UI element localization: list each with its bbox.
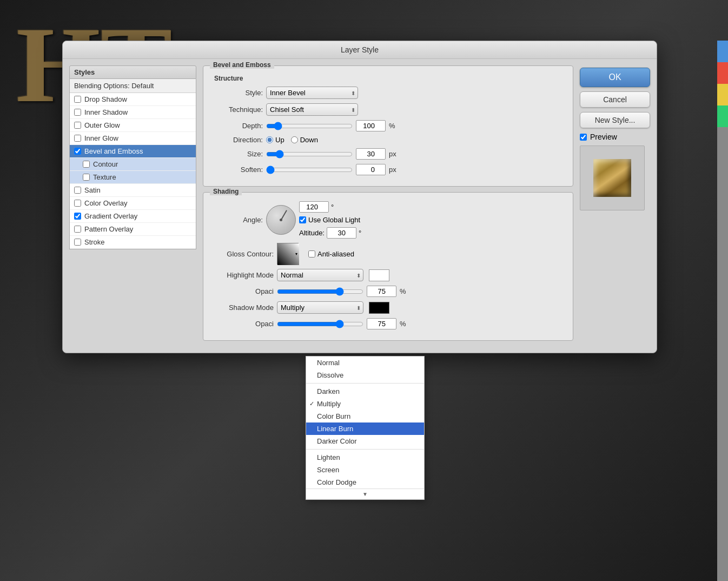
global-light-checkbox[interactable] xyxy=(299,216,306,223)
anti-aliased-label[interactable]: Anti-aliased xyxy=(308,250,354,258)
cancel-button[interactable]: Cancel xyxy=(580,91,650,108)
highlight-color-swatch[interactable] xyxy=(369,269,389,281)
blend-mode-dropdown: Normal Dissolve Darken Multiply Color Bu… xyxy=(306,356,425,500)
dropdown-item-dissolve[interactable]: Dissolve xyxy=(306,369,424,381)
ok-button[interactable]: OK xyxy=(580,68,650,87)
styles-list: Blending Options: Default Drop Shadow In… xyxy=(69,79,196,249)
dropdown-item-normal[interactable]: Normal xyxy=(306,356,424,369)
altitude-input[interactable] xyxy=(327,227,356,239)
size-input[interactable] xyxy=(356,148,386,160)
dropdown-color-burn-label: Color Burn xyxy=(317,412,350,420)
depth-input[interactable] xyxy=(356,120,386,131)
style-select-wrapper: Outer Bevel Inner Bevel Emboss Pillow Em… xyxy=(266,87,358,99)
dialog-title: Layer Style xyxy=(341,45,379,54)
new-style-button[interactable]: New Style... xyxy=(580,112,650,128)
drop-shadow-checkbox[interactable] xyxy=(74,96,81,103)
dropdown-lighten-label: Lighten xyxy=(317,453,340,461)
satin-label: Satin xyxy=(84,186,101,194)
color-strip-yellow xyxy=(717,84,728,105)
dropdown-item-screen[interactable]: Screen xyxy=(306,464,424,476)
preview-panel: OK Cancel New Style... Preview xyxy=(580,65,650,346)
sidebar-item-inner-shadow[interactable]: Inner Shadow xyxy=(70,106,196,119)
direction-down-radio[interactable] xyxy=(291,136,298,143)
soften-slider[interactable] xyxy=(266,166,353,174)
inner-shadow-label: Inner Shadow xyxy=(84,108,128,116)
direction-up-radio[interactable] xyxy=(266,136,273,143)
highlight-opacity-input[interactable] xyxy=(367,286,396,297)
dropdown-item-multiply[interactable]: Multiply xyxy=(306,398,424,410)
bevel-emboss-content: Structure Style: Outer Bevel Inner Bevel… xyxy=(203,66,573,186)
sidebar-item-stroke[interactable]: Stroke xyxy=(70,236,196,249)
main-panel: Bevel and Emboss Structure Style: Outer … xyxy=(203,65,573,346)
stroke-label: Stroke xyxy=(84,238,105,246)
inner-shadow-checkbox[interactable] xyxy=(74,109,81,116)
sidebar-item-color-overlay[interactable]: Color Overlay xyxy=(70,197,196,210)
shading-section: Shading Angle: ° xyxy=(203,192,573,341)
styles-panel: Styles Blending Options: Default Drop Sh… xyxy=(69,65,196,346)
shadow-opacity-slider[interactable] xyxy=(277,320,363,328)
shadow-mode-select-wrapper: Multiply Normal Dissolve xyxy=(277,301,363,314)
contour-button[interactable]: ▾ xyxy=(277,243,299,265)
drop-shadow-label: Drop Shadow xyxy=(84,95,127,103)
shadow-color-swatch[interactable] xyxy=(369,302,389,314)
texture-checkbox[interactable] xyxy=(83,174,90,181)
contour-dropdown-arrow: ▾ xyxy=(295,252,297,256)
sidebar-item-texture[interactable]: Texture xyxy=(70,171,196,184)
shadow-mode-row: Shadow Mode Multiply Normal Dissolve xyxy=(214,301,562,314)
dropdown-item-darker-color[interactable]: Darker Color xyxy=(306,435,424,447)
technique-row: Technique: Smooth Chisel Hard Chisel Sof… xyxy=(214,103,562,116)
soften-input[interactable] xyxy=(356,164,386,175)
stroke-checkbox[interactable] xyxy=(74,239,81,246)
highlight-mode-select[interactable]: Normal Screen xyxy=(277,269,363,281)
depth-unit: % xyxy=(389,122,395,130)
color-overlay-checkbox[interactable] xyxy=(74,200,81,207)
preview-label: Preview xyxy=(590,133,617,141)
direction-up-label[interactable]: Up xyxy=(266,136,284,144)
gradient-overlay-label: Gradient Overlay xyxy=(84,212,137,220)
color-strip-gray xyxy=(717,127,728,581)
dropdown-item-darken[interactable]: Darken xyxy=(306,385,424,398)
sidebar-item-contour[interactable]: Contour xyxy=(70,158,196,171)
dropdown-more-arrow[interactable]: ▼ xyxy=(306,488,424,499)
inner-glow-checkbox[interactable] xyxy=(74,135,81,142)
outer-glow-label: Outer Glow xyxy=(84,121,120,129)
outer-glow-checkbox[interactable] xyxy=(74,122,81,129)
direction-row: Direction: Up Down xyxy=(214,136,562,144)
sidebar-item-outer-glow[interactable]: Outer Glow xyxy=(70,119,196,132)
shading-section-title: Shading xyxy=(210,188,242,195)
sidebar-item-satin[interactable]: Satin xyxy=(70,184,196,197)
highlight-opacity-slider[interactable] xyxy=(277,287,363,296)
shadow-mode-select[interactable]: Multiply Normal Dissolve xyxy=(277,301,363,314)
angle-dial[interactable] xyxy=(266,205,296,235)
technique-select[interactable]: Smooth Chisel Hard Chisel Soft xyxy=(266,103,358,116)
dropdown-item-color-dodge[interactable]: Color Dodge xyxy=(306,476,424,488)
satin-checkbox[interactable] xyxy=(74,187,81,194)
sidebar-item-pattern-overlay[interactable]: Pattern Overlay xyxy=(70,223,196,236)
angle-input[interactable] xyxy=(299,201,329,213)
contour-checkbox[interactable] xyxy=(83,161,90,168)
sidebar-item-bevel-emboss[interactable]: Bevel and Emboss xyxy=(70,145,196,158)
gloss-contour-row: Gloss Contour: xyxy=(214,243,562,265)
size-slider[interactable] xyxy=(266,150,353,159)
contour-label: Contour xyxy=(93,160,118,168)
dropdown-item-lighten[interactable]: Lighten xyxy=(306,451,424,464)
pattern-overlay-checkbox[interactable] xyxy=(74,226,81,233)
sidebar-item-inner-glow[interactable]: Inner Glow xyxy=(70,132,196,145)
direction-down-label[interactable]: Down xyxy=(291,136,318,144)
blending-options-item[interactable]: Blending Options: Default xyxy=(70,79,196,93)
shadow-opacity-input[interactable] xyxy=(367,318,396,329)
dropdown-item-color-burn[interactable]: Color Burn xyxy=(306,410,424,422)
depth-slider[interactable] xyxy=(266,122,353,130)
bevel-emboss-checkbox[interactable] xyxy=(74,148,81,155)
color-strip-blue xyxy=(717,41,728,62)
dropdown-color-dodge-label: Color Dodge xyxy=(317,478,356,486)
bevel-emboss-section: Bevel and Emboss Structure Style: Outer … xyxy=(203,65,573,187)
gradient-overlay-checkbox[interactable] xyxy=(74,213,81,220)
sidebar-item-drop-shadow[interactable]: Drop Shadow xyxy=(70,93,196,106)
preview-checkbox[interactable] xyxy=(580,134,587,141)
dropdown-item-linear-burn[interactable]: Linear Burn xyxy=(306,422,424,435)
anti-aliased-checkbox[interactable] xyxy=(308,250,315,258)
style-select[interactable]: Outer Bevel Inner Bevel Emboss Pillow Em… xyxy=(266,87,358,99)
sidebar-item-gradient-overlay[interactable]: Gradient Overlay xyxy=(70,210,196,223)
bevel-emboss-section-title: Bevel and Emboss xyxy=(210,61,274,69)
